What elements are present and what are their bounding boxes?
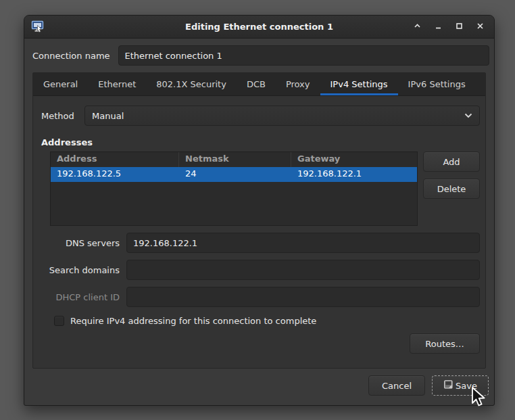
close-icon (476, 22, 484, 32)
routes-button[interactable]: Routes… (410, 333, 480, 354)
tab-ipv6-settings[interactable]: IPv6 Settings (398, 73, 476, 95)
cell-gateway[interactable]: 192.168.122.1 (291, 167, 417, 182)
dns-servers-input[interactable] (126, 233, 480, 253)
method-dropdown-value: Manual (92, 111, 124, 121)
tab-proxy[interactable]: Proxy (276, 73, 320, 95)
titlebar[interactable]: Editing Ethernet connection 1 (24, 16, 494, 39)
column-header-address[interactable]: Address (51, 152, 179, 167)
chevron-up-icon (414, 22, 421, 32)
tab-ipv4-settings[interactable]: IPv4 Settings (320, 73, 398, 95)
column-header-netmask[interactable]: Netmask (179, 152, 291, 167)
column-header-gateway[interactable]: Gateway (291, 152, 417, 167)
tab-dcb[interactable]: DCB (237, 73, 276, 95)
close-button[interactable] (472, 20, 487, 34)
shade-window-button[interactable] (410, 20, 424, 34)
window-controls (410, 20, 487, 34)
delete-address-button[interactable]: Delete (423, 179, 480, 199)
add-address-button[interactable]: Add (423, 151, 480, 172)
dhcp-client-id-label: DHCP client ID (41, 292, 126, 302)
arrow-cursor-icon (471, 387, 487, 411)
dns-servers-label: DNS servers (41, 238, 126, 248)
ipv4-settings-panel: Method Manual Addresses Address Netmask … (33, 96, 485, 368)
tab-bar: General Ethernet 802.1X Security DCB Pro… (33, 73, 485, 96)
cancel-button[interactable]: Cancel (368, 375, 425, 396)
require-ipv4-checkbox-label: Require IPv4 addressing for this connect… (70, 316, 316, 326)
tab-ethernet[interactable]: Ethernet (88, 73, 146, 95)
addresses-section-label: Addresses (41, 137, 480, 147)
require-ipv4-checkbox[interactable] (54, 316, 64, 326)
network-connection-editor-icon (31, 20, 46, 34)
addresses-table: Address Netmask Gateway 192.168.122.5 24… (50, 151, 418, 226)
method-dropdown[interactable]: Manual (84, 106, 480, 126)
search-domains-label: Search domains (41, 265, 126, 275)
maximize-button[interactable] (451, 20, 466, 34)
connection-name-label: Connection name (32, 51, 110, 61)
search-domains-input[interactable] (126, 260, 480, 280)
maximize-icon (456, 22, 463, 32)
connection-editor-window: Editing Ethernet connection 1 (24, 15, 495, 406)
save-floppy-icon (443, 379, 453, 392)
cell-netmask[interactable]: 24 (179, 167, 291, 182)
minimize-icon (435, 22, 442, 32)
address-table-row-selected[interactable]: 192.168.122.5 24 192.168.122.1 (51, 167, 417, 182)
settings-notebook: General Ethernet 802.1X Security DCB Pro… (32, 72, 486, 369)
connection-name-input[interactable] (118, 45, 489, 66)
require-ipv4-checkbox-row[interactable]: Require IPv4 addressing for this connect… (54, 316, 480, 326)
cell-address[interactable]: 192.168.122.5 (51, 167, 179, 182)
dhcp-client-id-input (126, 287, 480, 307)
tab-general[interactable]: General (33, 73, 88, 95)
method-label: Method (41, 111, 84, 121)
addresses-table-header: Address Netmask Gateway (51, 152, 417, 167)
tab-802-1x-security[interactable]: 802.1X Security (146, 73, 237, 95)
minimize-button[interactable] (431, 20, 445, 34)
chevron-down-icon (464, 113, 472, 118)
